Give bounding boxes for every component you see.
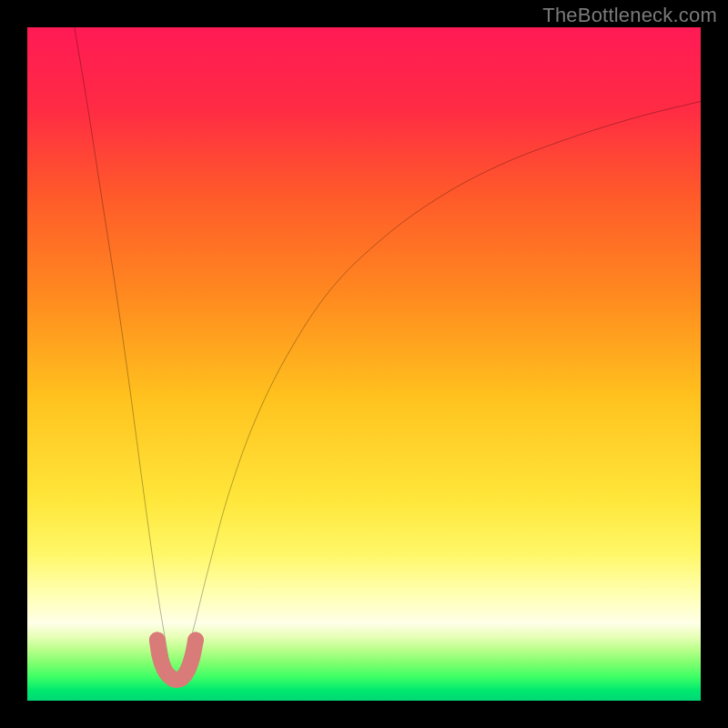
highlight-dot [187,632,204,649]
highlight-dot [151,645,167,662]
outer-frame: TheBottleneck.com [0,0,728,728]
watermark-text: TheBottleneck.com [542,4,717,27]
curve-left-branch [75,27,176,681]
curve-right-branch [176,101,701,680]
plot-area [27,27,701,701]
curves-layer [27,27,701,701]
highlight-dot [184,649,200,665]
